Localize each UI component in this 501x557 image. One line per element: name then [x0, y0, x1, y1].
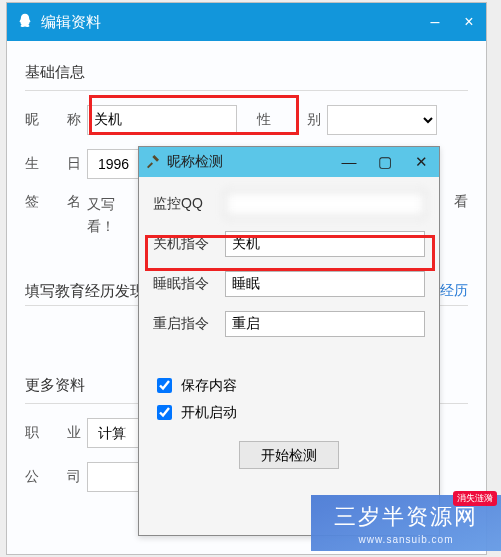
row-shutdown-cmd: 关机指令 [153, 231, 425, 257]
row-restart-cmd: 重启指令 [153, 311, 425, 337]
sleep-cmd-label: 睡眠指令 [153, 275, 217, 293]
dialog-title-text: 昵称检测 [167, 153, 223, 171]
autostart-checkbox[interactable]: 开机启动 [153, 402, 425, 423]
autostart-label: 开机启动 [181, 404, 237, 422]
company-label: 公司 [25, 468, 81, 486]
birthday-label: 生日 [25, 155, 81, 173]
save-content-label: 保存内容 [181, 377, 237, 395]
watermark: 消失涟漪 三岁半资源网 www.sansuib.com [311, 495, 501, 551]
save-content-check-input[interactable] [157, 378, 172, 393]
row-monitor-qq: 监控QQ [153, 191, 425, 217]
watermark-url: www.sansuib.com [358, 534, 453, 545]
divider [25, 90, 468, 91]
signature-label: 签名 [25, 193, 81, 211]
sleep-cmd-input[interactable] [225, 271, 425, 297]
minimize-icon[interactable]: – [418, 3, 452, 41]
dialog-titlebar[interactable]: 昵称检测 — ▢ ✕ [139, 147, 439, 177]
gender-label: 别 [277, 111, 321, 129]
nickname-detect-dialog: 昵称检测 — ▢ ✕ 监控QQ 关机指令 睡眠指令 重启指令 保存内容 [138, 146, 440, 536]
watermark-badge: 消失涟漪 [453, 491, 497, 506]
signature-text: 又写 看！ [87, 193, 115, 238]
main-titlebar[interactable]: 编辑资料 – × [7, 3, 486, 41]
save-content-checkbox[interactable]: 保存内容 [153, 375, 425, 396]
dialog-close-icon[interactable]: ✕ [403, 147, 439, 177]
row-nickname: 昵称 性 别 [25, 105, 468, 135]
start-detect-button[interactable]: 开始检测 [239, 441, 339, 469]
nickname-input[interactable] [87, 105, 237, 135]
row-sleep-cmd: 睡眠指令 [153, 271, 425, 297]
gender-suffix: 性 [243, 111, 271, 129]
restart-cmd-input[interactable] [225, 311, 425, 337]
restart-cmd-label: 重启指令 [153, 315, 217, 333]
view-button[interactable]: 看 [454, 193, 468, 211]
qq-penguin-icon [15, 11, 35, 33]
watermark-text: 三岁半资源网 [334, 502, 478, 532]
shutdown-cmd-input[interactable] [225, 231, 425, 257]
section-edu-title: 填写教育经历发现 [25, 282, 145, 301]
hammer-icon [145, 153, 161, 172]
main-title-text: 编辑资料 [41, 13, 101, 32]
monitor-qq-label: 监控QQ [153, 195, 217, 213]
autostart-check-input[interactable] [157, 405, 172, 420]
dialog-body: 监控QQ 关机指令 睡眠指令 重启指令 保存内容 开机启动 开始检测 [139, 177, 439, 483]
monitor-qq-input[interactable] [225, 191, 425, 217]
section-basic-title: 基础信息 [25, 63, 468, 82]
shutdown-cmd-label: 关机指令 [153, 235, 217, 253]
close-icon[interactable]: × [452, 3, 486, 41]
dialog-maximize-icon[interactable]: ▢ [367, 147, 403, 177]
dialog-minimize-icon[interactable]: — [331, 147, 367, 177]
nickname-label: 昵称 [25, 111, 81, 129]
job-label: 职业 [25, 424, 81, 442]
gender-select[interactable] [327, 105, 437, 135]
